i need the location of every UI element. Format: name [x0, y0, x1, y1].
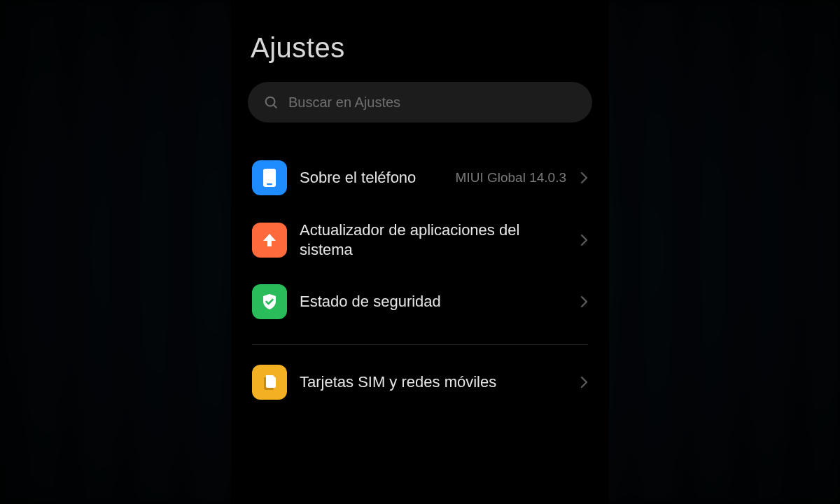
search-icon — [263, 94, 279, 110]
row-about-phone[interactable]: Sobre el teléfono MIUI Global 14.0.3 — [248, 148, 592, 208]
settings-screen: Ajustes Sobre el teléfono MIUI Global 14… — [231, 0, 609, 504]
section-divider — [252, 344, 588, 345]
svg-line-1 — [274, 105, 276, 108]
phone-icon — [252, 160, 287, 195]
search-field[interactable] — [248, 82, 592, 122]
chevron-right-icon — [580, 172, 588, 184]
row-label: Actualizador de aplicaciones del sistema — [300, 220, 568, 259]
row-label: Tarjetas SIM y redes móviles — [300, 372, 568, 392]
svg-point-0 — [266, 97, 275, 106]
chevron-right-icon — [580, 376, 588, 388]
svg-rect-3 — [267, 183, 272, 185]
row-label: Sobre el teléfono — [300, 168, 443, 188]
row-security-status[interactable]: Estado de seguridad — [248, 272, 592, 332]
chevron-right-icon — [580, 295, 588, 308]
shield-check-icon — [252, 284, 287, 319]
update-arrow-icon — [252, 223, 287, 258]
sim-cards-icon — [252, 365, 287, 400]
chevron-right-icon — [580, 234, 588, 246]
search-input[interactable] — [288, 94, 577, 111]
row-system-apps-updater[interactable]: Actualizador de aplicaciones del sistema — [248, 208, 592, 272]
row-label: Estado de seguridad — [300, 292, 568, 312]
row-value: MIUI Global 14.0.3 — [456, 170, 566, 186]
row-sim-mobile-networks[interactable]: Tarjetas SIM y redes móviles — [248, 352, 592, 412]
page-title: Ajustes — [251, 32, 589, 64]
